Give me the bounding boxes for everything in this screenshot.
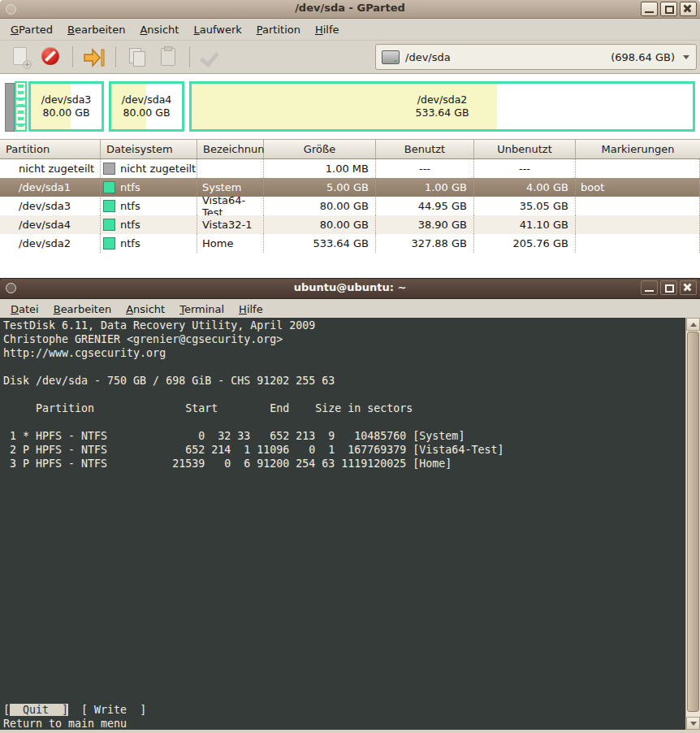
- menu-ansicht[interactable]: Ansicht: [119, 300, 172, 319]
- minimize-button[interactable]: [641, 2, 658, 16]
- desktop: /dev/sda - GParted GParted Bearbeiten An…: [0, 0, 700, 733]
- toolbar-separator: [115, 46, 116, 67]
- cell-label: Vista64-Test: [197, 197, 264, 215]
- partition-visual-bar: /dev/sda3 80.00 GB /dev/sda4 80.00 GB /d…: [0, 74, 700, 140]
- visual-size-label: 533.64 GB: [416, 106, 469, 119]
- cell-label: Home: [197, 234, 264, 253]
- visual-sda3[interactable]: /dev/sda3 80.00 GB: [28, 81, 104, 132]
- visual-device-label: /dev/sda2: [417, 93, 468, 106]
- menu-terminal[interactable]: Terminal: [172, 300, 231, 319]
- maximize-button[interactable]: [660, 280, 677, 295]
- table-row-sda1-selected[interactable]: /dev/sda1 ntfs System 5.00 GB 1.00 GB 4.…: [0, 178, 700, 197]
- cell-label: System: [197, 178, 264, 197]
- visual-unallocated[interactable]: [5, 83, 15, 132]
- paste-icon[interactable]: [156, 45, 180, 69]
- cell-unused: 41.10 GB: [474, 215, 576, 234]
- gparted-window: /dev/sda - GParted GParted Bearbeiten An…: [0, 0, 700, 278]
- maximize-button[interactable]: [660, 2, 677, 16]
- close-button[interactable]: [680, 280, 697, 295]
- cell-used: 327.88 GB: [376, 234, 474, 253]
- column-header-dateisystem[interactable]: Dateisystem: [101, 140, 197, 159]
- filesystem-swatch-ntfs: [103, 237, 115, 249]
- menu-gparted[interactable]: GParted: [3, 20, 60, 39]
- cell-label: Vista32-1: [197, 215, 264, 234]
- scrollbar-thumb[interactable]: [687, 332, 699, 712]
- device-selector[interactable]: /dev/sda (698.64 GB): [375, 44, 697, 70]
- column-header-unbenutzt[interactable]: Unbenutzt: [474, 140, 576, 159]
- menu-laufwerk[interactable]: Laufwerk: [186, 20, 248, 39]
- cell-unused: 4.00 GB: [474, 178, 576, 197]
- visual-device-label: /dev/sda4: [122, 93, 172, 106]
- table-row-sda4[interactable]: /dev/sda4 ntfs Vista32-1 80.00 GB 38.90 …: [0, 215, 700, 234]
- cell-flags: [576, 234, 700, 253]
- bracket: [: [3, 704, 10, 716]
- cell-filesystem: ntfs: [120, 181, 140, 193]
- cell-unused: ---: [474, 159, 576, 178]
- gparted-toolbar: +: [0, 41, 700, 74]
- filesystem-swatch-ntfs: [103, 181, 115, 193]
- cell-partition: /dev/sda1: [0, 178, 101, 197]
- cell-partition: nicht zugeteilt: [0, 159, 101, 178]
- visual-sda4[interactable]: /dev/sda4 80.00 GB: [109, 81, 184, 132]
- table-row-unallocated[interactable]: nicht zugeteilt nicht zugeteilt 1.00 MB …: [0, 159, 700, 178]
- cell-size: 80.00 GB: [264, 197, 376, 215]
- device-path: /dev/sda: [405, 51, 451, 63]
- testdisk-menu-line: [ Quit ] [ Write ]: [3, 703, 146, 717]
- terminal-menubar: Datei Bearbeiten Ansicht Terminal Hilfe: [0, 299, 700, 319]
- cell-used: 44.95 GB: [376, 197, 474, 215]
- cell-used: ---: [376, 159, 474, 178]
- cell-label: [197, 159, 264, 178]
- cell-flags: [576, 215, 700, 234]
- column-header-partition[interactable]: Partition: [0, 140, 101, 159]
- visual-size-label: 80.00 GB: [42, 106, 89, 119]
- menu-ansicht[interactable]: Ansicht: [132, 20, 186, 39]
- table-empty-area: [0, 253, 700, 281]
- column-header-groesse[interactable]: Größe: [264, 140, 376, 159]
- menu-hilfe[interactable]: Hilfe: [231, 300, 270, 319]
- table-row-sda2[interactable]: /dev/sda2 ntfs Home 533.64 GB 327.88 GB …: [0, 234, 700, 253]
- cell-used: 1.00 GB: [376, 178, 474, 197]
- quit-option-selected[interactable]: Quit ]: [10, 704, 68, 716]
- visual-sda2[interactable]: /dev/sda2 533.64 GB: [189, 81, 695, 132]
- menu-bearbeiten[interactable]: Bearbeiten: [60, 20, 132, 39]
- column-header-bezeichnung[interactable]: Bezeichnung: [197, 140, 264, 159]
- cell-unused: 35.05 GB: [474, 197, 576, 215]
- terminal-output: TestDisk 6.11, Data Recovery Utility, Ap…: [3, 319, 503, 471]
- cell-size: 533.64 GB: [264, 234, 376, 253]
- menu-bearbeiten[interactable]: Bearbeiten: [46, 300, 119, 319]
- cell-partition: /dev/sda3: [0, 197, 101, 215]
- terminal-scrollbar[interactable]: [685, 318, 700, 730]
- copy-icon[interactable]: [125, 45, 149, 69]
- resize-move-icon[interactable]: [82, 45, 106, 69]
- device-size: (698.64 GB): [611, 51, 675, 63]
- scroll-up-icon[interactable]: [686, 318, 700, 331]
- terminal-content[interactable]: TestDisk 6.11, Data Recovery Utility, Ap…: [0, 318, 700, 730]
- close-button[interactable]: [680, 2, 697, 16]
- apply-icon[interactable]: [199, 45, 223, 69]
- column-header-benutzt[interactable]: Benutzt: [376, 140, 474, 159]
- delete-partition-icon[interactable]: [39, 45, 63, 69]
- menu-partition[interactable]: Partition: [249, 20, 308, 39]
- visual-device-label: /dev/sda3: [41, 93, 92, 106]
- gparted-titlebar[interactable]: /dev/sda - GParted: [0, 0, 700, 19]
- toolbar-separator: [189, 46, 190, 67]
- filesystem-swatch-unallocated: [103, 163, 115, 175]
- minimize-button[interactable]: [641, 280, 658, 295]
- terminal-titlebar[interactable]: ubuntu@ubuntu: ~: [0, 278, 700, 299]
- menu-datei[interactable]: Datei: [3, 300, 46, 319]
- new-partition-icon[interactable]: +: [8, 45, 32, 69]
- hard-drive-icon: [382, 50, 400, 64]
- menu-hilfe[interactable]: Hilfe: [308, 20, 347, 39]
- scroll-down-icon[interactable]: [686, 717, 700, 730]
- cell-flags: [576, 197, 700, 215]
- table-row-sda3[interactable]: /dev/sda3 ntfs Vista64-Test 80.00 GB 44.…: [0, 197, 700, 215]
- column-header-markierungen[interactable]: Markierungen: [576, 140, 700, 159]
- cell-unused: 205.76 GB: [474, 234, 576, 253]
- cell-used: 38.90 GB: [376, 215, 474, 234]
- gparted-window-title: /dev/sda - GParted: [0, 2, 700, 14]
- cell-size: 80.00 GB: [264, 215, 376, 234]
- visual-sda1-selected[interactable]: [15, 81, 27, 132]
- write-option[interactable]: [ Write ]: [68, 704, 146, 716]
- cell-partition: /dev/sda2: [0, 234, 101, 253]
- cell-flags: boot: [576, 178, 700, 197]
